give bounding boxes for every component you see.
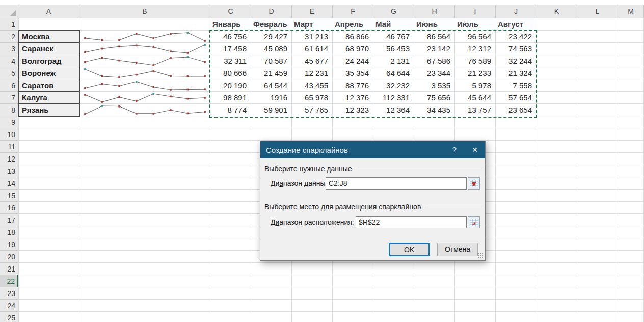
ok-button[interactable]: OK bbox=[389, 243, 430, 256]
column-header-M[interactable]: M bbox=[618, 5, 644, 18]
column-header-E[interactable]: E bbox=[292, 5, 333, 18]
column-header-J[interactable]: J bbox=[496, 5, 536, 18]
row-header-21[interactable]: 21 bbox=[0, 263, 18, 275]
row-header-strip: 1234567891011121314151617181920212223242… bbox=[0, 18, 18, 322]
cell-month-I1[interactable]: Июль bbox=[455, 18, 496, 31]
gridline bbox=[18, 311, 644, 312]
sparkline-marker bbox=[187, 98, 189, 100]
sparkline-marker bbox=[187, 113, 189, 115]
row-header-17[interactable]: 17 bbox=[0, 214, 18, 226]
cell-month-J1[interactable]: Август bbox=[496, 18, 536, 31]
cell-month-F1[interactable]: Апрель bbox=[333, 18, 373, 31]
group-rule bbox=[356, 169, 482, 169]
row-header-3[interactable]: 3 bbox=[0, 43, 18, 55]
row-header-4[interactable]: 4 bbox=[0, 55, 18, 67]
cell-B3-sparkline[interactable] bbox=[80, 43, 210, 55]
row-header-1[interactable]: 1 bbox=[0, 18, 18, 31]
sparkline-marker bbox=[84, 61, 86, 63]
column-header-G[interactable]: G bbox=[373, 5, 414, 18]
gridline bbox=[18, 262, 644, 263]
cell-month-G1[interactable]: Май bbox=[373, 18, 414, 31]
sparkline-marker bbox=[101, 57, 103, 59]
location-range-input[interactable] bbox=[356, 216, 467, 228]
resize-grip[interactable] bbox=[477, 253, 484, 259]
range-picker-icon[interactable] bbox=[468, 177, 480, 190]
sparkline-chart bbox=[80, 67, 210, 79]
row-header-15[interactable]: 15 bbox=[0, 190, 18, 202]
column-header-B[interactable]: B bbox=[79, 5, 210, 18]
cancel-button[interactable]: Отмена bbox=[437, 243, 478, 256]
cell-month-D1[interactable]: Февраль bbox=[251, 18, 292, 31]
column-header-A[interactable]: A bbox=[18, 5, 79, 18]
location-range-label: Диапазон расположения: bbox=[271, 216, 354, 228]
cell-B4-sparkline[interactable] bbox=[80, 55, 210, 67]
row-header-25[interactable]: 25 bbox=[0, 312, 18, 322]
row-header-11[interactable]: 11 bbox=[0, 141, 18, 153]
cell-month-H1[interactable]: Июнь bbox=[414, 18, 455, 31]
cell-A7[interactable]: Калуга bbox=[18, 91, 80, 104]
sparkline-marker bbox=[118, 85, 120, 87]
dialog-titlebar[interactable]: Создание спарклайнов ? ✕ bbox=[260, 141, 485, 158]
row-header-7[interactable]: 7 bbox=[0, 92, 18, 104]
column-header-K[interactable]: K bbox=[536, 5, 577, 18]
cell-A6[interactable]: Саратов bbox=[18, 79, 80, 92]
row-header-22[interactable]: 22 bbox=[0, 275, 18, 287]
column-header-I[interactable]: I bbox=[455, 5, 496, 18]
column-header-D[interactable]: D bbox=[251, 5, 292, 18]
selection-marching-ants bbox=[209, 30, 537, 118]
sparkline-marker bbox=[101, 75, 103, 77]
cell-B7-sparkline[interactable] bbox=[80, 92, 210, 104]
row-header-19[interactable]: 19 bbox=[0, 238, 18, 251]
column-header-H[interactable]: H bbox=[414, 5, 455, 18]
sparkline-marker bbox=[170, 96, 172, 98]
cell-B8-sparkline[interactable] bbox=[80, 104, 210, 116]
row-header-18[interactable]: 18 bbox=[0, 226, 18, 238]
row-header-5[interactable]: 5 bbox=[0, 67, 18, 79]
cell-A8[interactable]: Рязань bbox=[18, 103, 80, 117]
row-header-8[interactable]: 8 bbox=[0, 104, 18, 116]
cell-month-E1[interactable]: Март bbox=[292, 18, 333, 31]
cell-A2[interactable]: Москва bbox=[18, 30, 80, 43]
cell-A3[interactable]: Саранск bbox=[18, 42, 80, 55]
column-header-C[interactable]: C bbox=[210, 5, 251, 18]
row-header-2[interactable]: 2 bbox=[0, 31, 18, 43]
row-header-13[interactable]: 13 bbox=[0, 165, 18, 177]
cell-B6-sparkline[interactable] bbox=[80, 79, 210, 92]
sparkline-marker bbox=[118, 96, 120, 98]
row-header-12[interactable]: 12 bbox=[0, 153, 18, 165]
cell-B5-sparkline[interactable] bbox=[80, 67, 210, 79]
row-header-14[interactable]: 14 bbox=[0, 177, 18, 190]
sparkline-marker bbox=[84, 113, 86, 115]
cell-A5[interactable]: Воронеж bbox=[18, 67, 80, 79]
row-header-24[interactable]: 24 bbox=[0, 300, 18, 312]
cell-month-C1[interactable]: Январь bbox=[210, 18, 251, 31]
cell-B2-sparkline[interactable] bbox=[80, 31, 210, 43]
select-all-corner[interactable] bbox=[0, 5, 18, 18]
sparkline-marker bbox=[84, 37, 86, 39]
row-header-10[interactable]: 10 bbox=[0, 128, 18, 141]
range-picker-icon[interactable] bbox=[468, 216, 480, 228]
sparkline-chart bbox=[80, 55, 210, 67]
row-header-23[interactable]: 23 bbox=[0, 287, 18, 300]
help-icon[interactable]: ? bbox=[444, 141, 465, 158]
sparkline-marker bbox=[153, 70, 155, 72]
sparkline-marker bbox=[170, 75, 172, 77]
sparkline-marker bbox=[187, 75, 189, 77]
close-icon[interactable]: ✕ bbox=[465, 141, 485, 158]
sparkline-marker bbox=[153, 113, 155, 115]
sparkline-marker bbox=[170, 50, 172, 52]
sparkline-marker bbox=[101, 101, 103, 103]
sparkline-chart bbox=[80, 31, 210, 43]
sparkline-marker bbox=[84, 94, 86, 96]
sparkline-marker bbox=[187, 52, 189, 54]
data-range-label: Диапазон данных: bbox=[271, 177, 331, 190]
row-header-20[interactable]: 20 bbox=[0, 251, 18, 263]
sparkline-marker bbox=[153, 37, 155, 39]
cell-A4[interactable]: Волгоград bbox=[18, 55, 80, 67]
row-header-6[interactable]: 6 bbox=[0, 79, 18, 92]
row-header-16[interactable]: 16 bbox=[0, 202, 18, 214]
row-header-9[interactable]: 9 bbox=[0, 116, 18, 128]
column-header-F[interactable]: F bbox=[333, 5, 373, 18]
data-range-input[interactable] bbox=[326, 177, 467, 190]
column-header-L[interactable]: L bbox=[577, 5, 618, 18]
